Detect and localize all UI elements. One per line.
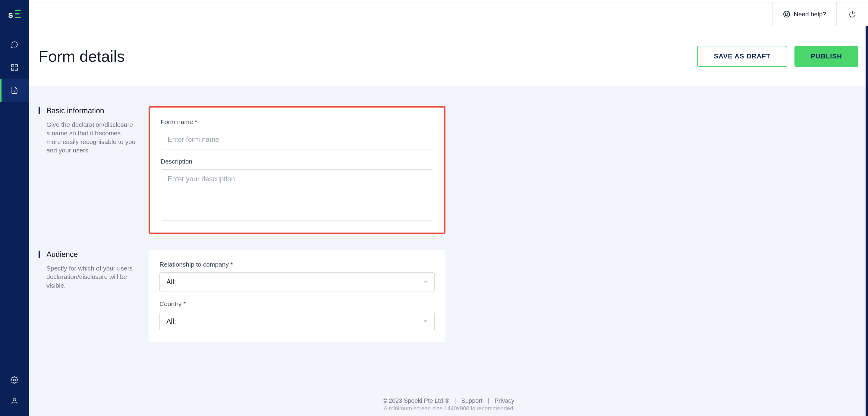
section-title: Audience bbox=[46, 250, 149, 259]
section-header: Audience Specify for which of your users… bbox=[38, 250, 149, 342]
need-help-button[interactable]: Need help? bbox=[772, 2, 836, 26]
section-header: Basic information Give the declaration/d… bbox=[38, 106, 149, 234]
nav-bottom bbox=[10, 370, 19, 412]
svg-rect-3 bbox=[11, 68, 14, 70]
svg-rect-2 bbox=[15, 64, 18, 67]
svg-line-11 bbox=[787, 12, 788, 13]
svg-line-10 bbox=[787, 15, 788, 16]
relationship-label: Relationship to company * bbox=[159, 261, 435, 268]
country-select[interactable]: All; bbox=[159, 312, 435, 331]
form-name-input[interactable] bbox=[161, 130, 433, 150]
content-area: Basic information Give the declaration/d… bbox=[29, 87, 868, 416]
gear-icon bbox=[10, 376, 19, 384]
svg-point-8 bbox=[785, 13, 788, 15]
page-title: Form details bbox=[38, 47, 125, 65]
svg-line-9 bbox=[784, 12, 786, 13]
form-name-label: Form name * bbox=[161, 118, 433, 126]
power-button[interactable] bbox=[836, 2, 868, 26]
support-link[interactable]: Support bbox=[461, 397, 483, 404]
power-icon bbox=[849, 10, 856, 18]
section-description: Give the declaration/disclosure a name s… bbox=[46, 121, 149, 155]
form-group: Form name * bbox=[161, 118, 433, 150]
description-input[interactable] bbox=[161, 169, 433, 221]
form-group: Relationship to company * All; bbox=[159, 261, 435, 292]
logo: s bbox=[7, 8, 22, 21]
svg-line-12 bbox=[784, 15, 786, 16]
description-label: Description bbox=[161, 158, 433, 165]
copyright: © 2023 Speeki Pte Ltd.® bbox=[382, 397, 449, 404]
separator: | bbox=[488, 397, 489, 404]
min-size-notice: A minimum screen size 1440x900 is recomm… bbox=[29, 405, 868, 412]
nav-items bbox=[0, 33, 29, 370]
chat-icon bbox=[10, 41, 19, 49]
header-actions: SAVE AS DRAFT PUBLISH bbox=[697, 46, 858, 67]
basic-info-card: Form name * Description bbox=[149, 106, 445, 234]
nav-item-forms[interactable] bbox=[0, 79, 29, 102]
form-group: Description bbox=[161, 158, 433, 222]
sidebar: s bbox=[0, 0, 29, 416]
nav-item-messages[interactable] bbox=[0, 33, 29, 56]
right-edge-accent bbox=[866, 26, 868, 416]
grid-icon bbox=[10, 64, 19, 71]
need-help-label: Need help? bbox=[794, 10, 826, 18]
country-label: Country * bbox=[159, 300, 435, 308]
user-icon bbox=[10, 397, 19, 405]
relationship-select[interactable]: All; bbox=[159, 272, 435, 292]
svg-rect-4 bbox=[15, 68, 18, 70]
page-header: Form details SAVE AS DRAFT PUBLISH bbox=[29, 26, 868, 87]
form-group: Country * All; bbox=[159, 300, 435, 331]
help-icon bbox=[783, 10, 790, 18]
footer: © 2023 Speeki Pte Ltd.® | Support | Priv… bbox=[29, 393, 868, 416]
section-description: Specify for which of your users declarat… bbox=[46, 264, 149, 290]
svg-text:s: s bbox=[8, 10, 13, 20]
svg-point-6 bbox=[13, 398, 16, 401]
svg-point-5 bbox=[13, 379, 16, 381]
section-basic-info: Basic information Give the declaration/d… bbox=[38, 106, 445, 234]
document-edit-icon bbox=[10, 87, 19, 94]
separator: | bbox=[455, 397, 456, 404]
nav-item-settings[interactable] bbox=[10, 370, 19, 391]
svg-rect-1 bbox=[11, 64, 14, 67]
section-audience: Audience Specify for which of your users… bbox=[38, 250, 445, 342]
nav-item-dashboard[interactable] bbox=[0, 56, 29, 79]
privacy-link[interactable]: Privacy bbox=[495, 397, 515, 404]
nav-item-profile[interactable] bbox=[10, 391, 19, 412]
top-bar: Need help? bbox=[29, 2, 868, 26]
audience-card: Relationship to company * All; Country *… bbox=[149, 250, 445, 342]
publish-button[interactable]: PUBLISH bbox=[795, 46, 858, 67]
save-draft-button[interactable]: SAVE AS DRAFT bbox=[697, 46, 787, 67]
section-title: Basic information bbox=[46, 106, 149, 115]
